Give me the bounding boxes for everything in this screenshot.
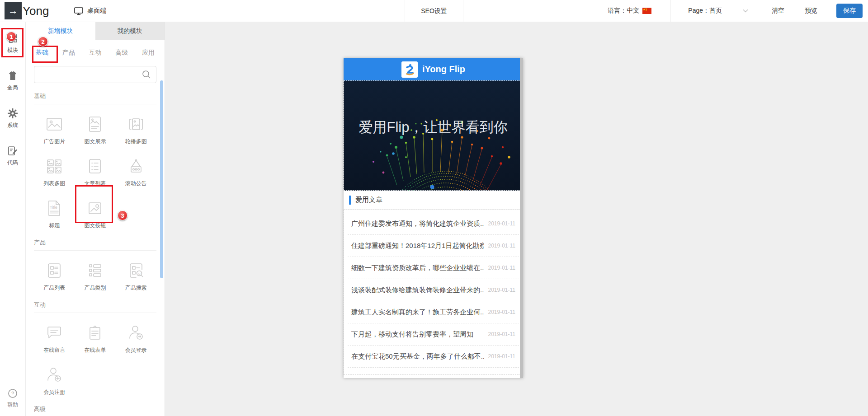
module-item-label: 产品类别 [84,284,106,292]
svg-text:Q: Q [138,272,140,275]
article-title: 广州住建委发布通知，将简化建筑企业资质... [351,220,484,228]
sidebar-item-code[interactable]: 代码 [7,145,18,167]
topbar-divider [670,0,671,22]
section-advanced: 高级 [26,405,165,416]
module-item-image-button[interactable]: 图文按钮 [75,198,115,229]
article-row[interactable]: 建筑工人实名制真的来了！施工劳务企业何... 2019-01-11 [348,301,519,323]
article-date: 2019-01-11 [488,353,516,360]
member-register-icon [44,365,64,385]
hero-headline: 爱用Flip，让世界看到你 [359,119,508,135]
monitor-icon [74,6,84,15]
site-title: iYong Flip [422,64,465,75]
title-accent-bar [349,196,351,205]
sidebar-item-label: 全局 [7,84,18,92]
article-row[interactable]: 住建部重磅通知！2018年12月1日起简化勘察... 2019-01-11 [348,235,519,257]
chevron-down-icon [743,9,748,13]
category-interaction[interactable]: 互动 [88,47,103,59]
page-selector-label: Page：首页 [688,7,722,15]
panel-tabs: 新增模块 我的模块 [26,22,165,40]
module-item-label: 文章列表 [84,180,106,187]
article-date: 2019-01-11 [488,243,516,249]
module-item-label: 图文展示 [84,138,106,145]
category-basic[interactable]: 基础 [35,47,49,59]
module-item-message[interactable]: 在线留言 [34,323,75,354]
sidebar-item-global[interactable]: 全局 [7,70,18,92]
module-item-member-login[interactable]: 会员登录 [116,323,156,354]
module-item-label: 会员登录 [125,346,147,354]
article-list-module[interactable]: 广州住建委发布通知，将简化建筑企业资质... 2019-01-11 住建部重磅通… [344,210,523,375]
category-advanced[interactable]: 高级 [114,47,129,59]
save-button[interactable]: 保存 [836,4,863,18]
member-login-icon [126,323,146,343]
module-item-form[interactable]: 在线表单 [75,323,115,354]
preview-button[interactable]: 预览 [805,7,817,15]
module-item-announcement[interactable]: 滚动公告 [116,156,156,187]
sidebar-item-modules[interactable]: 模块 [7,33,18,54]
module-item-ad-image[interactable]: 广告图片 [34,114,75,145]
product-search-icon: Q [126,261,146,280]
article-row[interactable]: 广州住建委发布通知，将简化建筑企业资质... 2019-01-11 [348,213,519,235]
article-row[interactable]: 浅谈装配式装修给建筑装饰装修企业带来的... 2019-01-11 [348,279,519,301]
module-item-article-list[interactable]: 文章列表 [75,156,115,187]
article-row[interactable]: 下月起，移动支付将告别零费率，望周知 2019-01-11 [348,323,519,346]
article-row[interactable]: 细数一下建筑资质改革后，哪些企业业绩在... 2019-01-11 [348,257,519,279]
sidebar-item-help[interactable]: ? 帮助 [7,388,18,409]
tab-my-modules[interactable]: 我的模块 [95,22,165,40]
clear-button[interactable]: 清空 [772,7,784,15]
hero-image-module[interactable]: 爱用Flip，让世界看到你 [344,80,523,191]
device-switcher-desktop[interactable]: 桌面端 [74,6,106,15]
panel-scrollbar[interactable] [160,80,163,278]
module-item-image-grid[interactable]: 列表多图 [34,156,75,187]
module-item-carousel[interactable]: 轮播多图 [116,114,156,145]
ad-image-icon [44,114,64,134]
article-title: 细数一下建筑资质改革后，哪些企业业绩在... [351,264,484,272]
preview-header-module[interactable]: iYong Flip [344,58,523,80]
blocks-icon [7,33,18,44]
module-item-image-text[interactable]: 图文展示 [75,114,115,145]
carousel-icon [126,114,146,134]
tab-new-modules[interactable]: 新增模块 [26,22,95,40]
brand-arrow-icon: → [5,2,22,19]
article-section-title-module[interactable]: 爱用文章 [344,191,523,210]
category-apps[interactable]: 应用 [141,47,156,59]
message-icon [44,323,64,343]
category-product[interactable]: 产品 [61,47,76,59]
section-product: 产品 产品列表 [26,238,165,292]
search-input[interactable] [34,66,142,83]
category-tabs: 基础 产品 互动 高级 应用 [26,47,165,59]
section-title: 高级 [34,405,156,416]
module-item-label: 会员注册 [43,388,65,396]
page-selector[interactable]: Page：首页 [688,7,748,15]
module-item-title[interactable]: Title 标题 [34,198,75,229]
china-flag-icon [642,8,651,14]
article-date: 2019-01-11 [488,287,516,293]
module-item-label: 产品搜索 [125,284,147,292]
search-icon[interactable] [142,70,151,79]
seo-settings-button[interactable]: SEO设置 [405,0,463,22]
module-item-label: 列表多图 [43,180,65,187]
article-date: 2019-01-11 [488,309,516,315]
gear-icon [7,108,18,119]
article-title: 浅谈装配式装修给建筑装饰装修企业带来的... [351,286,484,294]
module-item-member-register[interactable]: 会员注册 [34,365,75,396]
editor-canvas: iYong Flip [165,22,868,416]
sidebar-item-label: 系统 [7,122,18,129]
module-item-product-category[interactable]: 产品类别 [75,261,115,292]
sidebar-item-system[interactable]: 系统 [7,108,18,129]
sidebar-item-label: 模块 [7,47,18,54]
question-icon: ? [7,388,18,399]
top-bar: → Yong 桌面端 SEO设置 语言：中文 [0,0,868,22]
module-item-label: 广告图片 [43,138,65,145]
module-item-label: 图文按钮 [84,222,106,229]
svg-text:?: ? [11,391,14,396]
svg-text:Title: Title [50,205,57,210]
article-title: 下月起，移动支付将告别零费率，望周知 [351,330,484,339]
language-selector[interactable]: 语言：中文 [608,7,651,15]
article-date: 2019-01-11 [488,220,516,227]
module-item-product-list[interactable]: 产品列表 [34,261,75,292]
section-title: 基础 [34,92,156,104]
module-item-product-search[interactable]: Q 产品搜索 [116,261,156,292]
product-category-icon [85,261,105,280]
preview-scrollbar[interactable] [520,58,523,378]
article-row[interactable]: 在支付宝花50元买基金，两年多了什么都不... 2019-01-11 [348,346,519,368]
